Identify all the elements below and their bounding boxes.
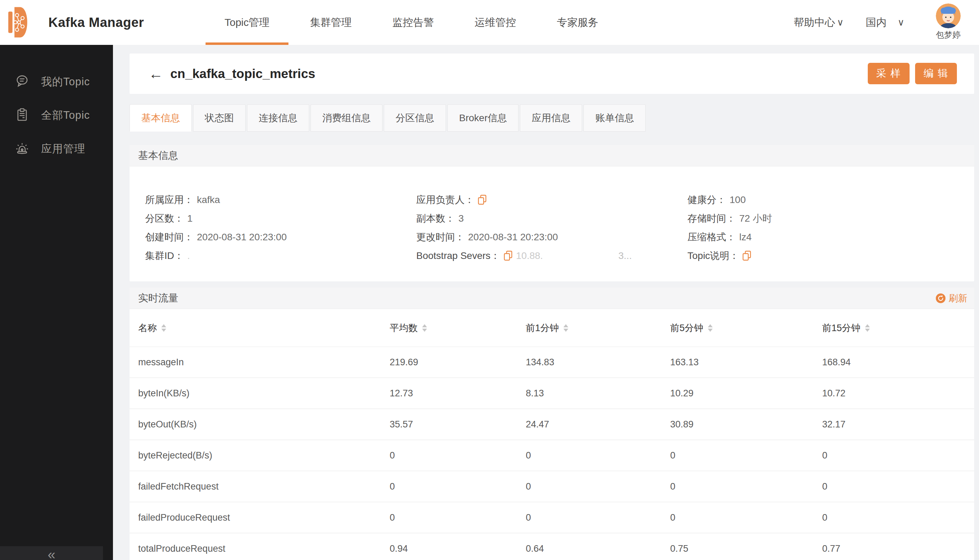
header-right: 帮助中心 ∨ 国内 ∨ (794, 0, 967, 45)
back-arrow-icon[interactable]: ← (149, 53, 163, 94)
user-menu[interactable]: 包梦婷 (929, 0, 967, 40)
tab-basic-info[interactable]: 基本信息 (130, 104, 192, 132)
nav-topic-manage[interactable]: Topic管理 (224, 0, 269, 45)
basic-info-card: 基本信息 所属应用：kafka 分区数：1 创建时间：2020-08-31 20… (130, 145, 974, 282)
collapse-left-icon: « (48, 547, 55, 560)
sort-icon[interactable] (865, 324, 870, 332)
realtime-traffic-card: 实时流量 刷新 名称 平均数 前1分钟 (130, 288, 974, 560)
table-header: 名称 平均数 前1分钟 前5分钟 前15分钟 (130, 309, 974, 347)
main-content: ← cn_kafka_topic_metrics 采 样 编 辑 基本信息 状态… (113, 45, 979, 560)
kafka-logo-icon (8, 6, 29, 39)
col-last-15min: 前15分钟 (822, 322, 974, 334)
field-compression-format: 压缩格式：lz4 (687, 228, 959, 247)
field-cluster-id: 集群ID：. (145, 247, 416, 265)
nav-ops-control[interactable]: 运维管控 (474, 0, 516, 45)
table-row: byteIn(KB/s)12.73 8.1310.2910.72 (130, 378, 974, 409)
sidebar-item-my-topic[interactable]: 我的Topic (0, 65, 113, 98)
help-center-menu[interactable]: 帮助中心 ∨ (794, 0, 844, 45)
field-app-owner: 应用负责人： (416, 191, 687, 209)
col-last-5min: 前5分钟 (670, 322, 822, 334)
col-average: 平均数 (390, 322, 526, 334)
tab-status-chart[interactable]: 状态图 (193, 104, 246, 132)
chevron-down-icon: ∨ (897, 17, 904, 28)
basic-info-section-header: 基本信息 (130, 145, 974, 167)
col-last-1min: 前1分钟 (526, 322, 670, 334)
sidebar: 我的Topic 全部Topic (0, 45, 113, 560)
page-title: cn_kafka_topic_metrics (170, 53, 316, 94)
edit-button[interactable]: 编 辑 (915, 63, 957, 84)
table-row: failedFetchRequest0 000 (130, 471, 974, 502)
realtime-section-header: 实时流量 刷新 (130, 288, 974, 309)
table-row: messageIn219.69 134.83163.13168.94 (130, 347, 974, 378)
sample-button[interactable]: 采 样 (868, 63, 910, 84)
app-title: Kafka Manager (48, 0, 144, 45)
tab-broker-info[interactable]: Broker信息 (447, 104, 518, 132)
sort-icon[interactable] (708, 324, 713, 332)
sidebar-item-app-manage[interactable]: 应用管理 (0, 132, 113, 165)
field-partition-count: 分区数：1 (145, 209, 416, 228)
tab-app-info[interactable]: 应用信息 (520, 104, 582, 132)
table-row: failedProduceRequest0 000 (130, 502, 974, 533)
field-create-time: 创建时间：2020-08-31 20:23:00 (145, 228, 416, 247)
refresh-button[interactable]: 刷新 (936, 292, 967, 305)
copy-icon[interactable] (478, 195, 487, 205)
nav-expert-service[interactable]: 专家服务 (557, 0, 598, 45)
nav-monitor-alert[interactable]: 监控告警 (393, 0, 434, 45)
chevron-down-icon: ∨ (837, 17, 844, 28)
sort-icon[interactable] (161, 324, 166, 332)
field-bootstrap-servers: Bootstrap Severs： 10.88. 3... (416, 247, 687, 265)
top-header: Kafka Manager Topic管理 集群管理 监控告警 运维管控 专家服… (0, 0, 979, 45)
copy-icon[interactable] (504, 251, 513, 261)
field-retention-time: 存储时间：72 小时 (687, 209, 959, 228)
tab-consumer-group-info[interactable]: 消费组信息 (311, 104, 383, 132)
nav-cluster-manage[interactable]: 集群管理 (310, 0, 352, 45)
alarm-icon (15, 140, 30, 157)
sidebar-collapse[interactable]: « (0, 546, 103, 560)
table-row: totalProduceRequest0.94 0.640.750.77 (130, 533, 974, 560)
table-row: byteRejected(B/s)0 000 (130, 440, 974, 471)
field-health-score: 健康分：100 (687, 191, 959, 209)
field-replica-count: 副本数：3 (416, 209, 687, 228)
sort-icon[interactable] (563, 324, 568, 332)
region-select[interactable]: 国内 ∨ (866, 0, 904, 45)
field-topic-description: Topic说明： (687, 247, 959, 265)
avatar[interactable] (936, 3, 961, 28)
field-modify-time: 更改时间：2020-08-31 20:23:00 (416, 228, 687, 247)
field-owner-app: 所属应用：kafka (145, 191, 416, 209)
tab-partition-info[interactable]: 分区信息 (384, 104, 446, 132)
sidebar-item-all-topic[interactable]: 全部Topic (0, 98, 113, 132)
detail-tabs: 基本信息 状态图 连接信息 消费组信息 分区信息 Broker信息 应用信息 账… (130, 104, 646, 132)
sort-icon[interactable] (422, 324, 427, 332)
chat-bubble-icon (15, 73, 30, 90)
basic-info-fields: 所属应用：kafka 分区数：1 创建时间：2020-08-31 20:23:0… (130, 167, 974, 265)
copy-icon[interactable] (742, 251, 751, 261)
top-nav: Topic管理 集群管理 监控告警 运维管控 专家服务 (224, 0, 598, 45)
topic-title-card: ← cn_kafka_topic_metrics 采 样 编 辑 (130, 53, 974, 94)
table-row: byteOut(KB/s)35.57 24.4730.8932.17 (130, 409, 974, 440)
refresh-icon (936, 293, 946, 303)
tab-bill-info[interactable]: 账单信息 (583, 104, 646, 132)
tab-connection-info[interactable]: 连接信息 (247, 104, 309, 132)
clipboard-icon (15, 107, 30, 123)
col-name: 名称 (138, 322, 390, 334)
username: 包梦婷 (929, 29, 967, 40)
